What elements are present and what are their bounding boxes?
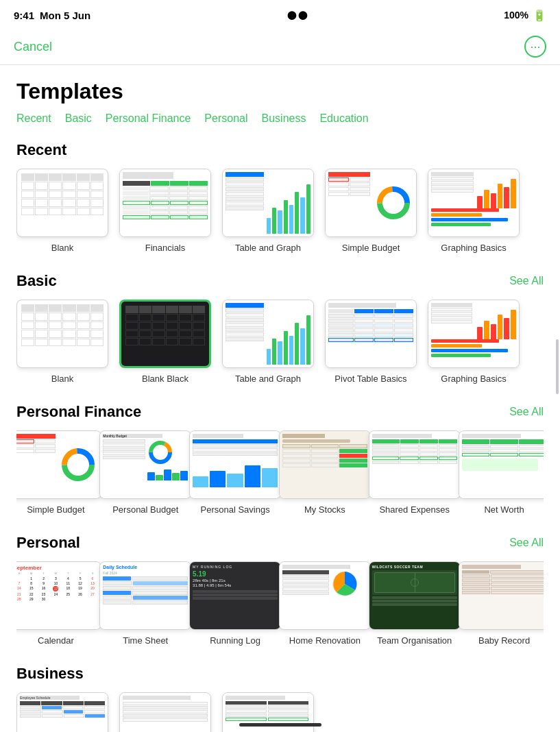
template-blank-black-label: Blank Black xyxy=(142,374,188,384)
template-financials-thumb xyxy=(119,169,211,237)
template-table-graph-thumb xyxy=(222,169,314,237)
template-simple-budget-pf[interactable]: Simple Budget xyxy=(16,430,95,515)
basic-see-all-button[interactable]: See All xyxy=(509,275,544,287)
template-financials[interactable]: Financials xyxy=(119,169,211,253)
tab-recent[interactable]: Recent xyxy=(16,112,51,125)
status-right: 100% 🔋 xyxy=(504,9,546,22)
template-table-graph-basic-thumb xyxy=(222,300,314,368)
template-blank-basic-thumb xyxy=(16,300,108,368)
template-time-sheet-label: Time Sheet xyxy=(123,635,168,646)
template-blank-basic-label: Blank xyxy=(51,374,74,384)
template-biz-plain-thumb xyxy=(119,692,211,732)
template-graphing-basics[interactable]: Graphing Basics xyxy=(428,169,520,253)
template-employee-schedule-thumb: Employee Schedule xyxy=(16,692,108,732)
template-pivot-basics-thumb xyxy=(325,300,417,368)
scroll-indicator xyxy=(556,339,559,394)
template-biz-plain[interactable] xyxy=(119,692,211,732)
personal-see-all-button[interactable]: See All xyxy=(509,537,544,549)
template-running-log[interactable]: MY RUNNING LOG 5.19 28m 40s | 8m 21s 31.… xyxy=(196,561,275,646)
template-simple-budget-pf-thumb xyxy=(16,430,101,499)
section-recent-header: Recent xyxy=(16,141,544,159)
template-graphing-basics-basic-thumb xyxy=(428,300,520,368)
section-personal-finance: Personal Finance See All xyxy=(16,403,544,515)
template-my-stocks[interactable]: My Stocks xyxy=(285,430,364,515)
template-team-org-label: Team Organisation xyxy=(377,635,452,646)
template-shared-expenses[interactable]: Shared Expenses xyxy=(375,430,454,515)
section-basic-title: Basic xyxy=(16,272,57,290)
section-business: Business Employee Schedule xyxy=(16,665,544,732)
personal-grid: September S M T W T F S 1 xyxy=(16,561,544,646)
template-time-sheet[interactable]: Daily Schedule Fall 2024 xyxy=(106,561,185,646)
template-blank-basic[interactable]: Blank xyxy=(16,300,108,384)
template-graphing-basics-basic[interactable]: Graphing Basics xyxy=(428,300,520,384)
template-simple-budget[interactable]: Simple Budget xyxy=(325,169,417,253)
template-calendar[interactable]: September S M T W T F S 1 xyxy=(16,561,95,646)
template-baby-record[interactable]: Baby Record xyxy=(465,561,544,646)
template-team-org-thumb: WILDCATS SOCCER TEAM xyxy=(369,561,461,630)
tab-business[interactable]: Business xyxy=(262,112,306,125)
template-blank-black[interactable]: Blank Black xyxy=(119,300,211,384)
template-home-renovation[interactable]: Home Renovation xyxy=(285,561,364,646)
template-net-worth-thumb xyxy=(459,430,544,499)
tab-personal-finance[interactable]: Personal Finance xyxy=(106,112,191,125)
template-graphing-basics-basic-label: Graphing Basics xyxy=(441,374,506,384)
status-bar: 9:41 Mon 5 Jun ⬤ ⬤ 100% 🔋 xyxy=(0,0,560,30)
template-personal-budget-label: Personal Budget xyxy=(112,504,178,515)
template-pivot-basics-label: Pivot Table Basics xyxy=(334,374,406,384)
template-my-stocks-thumb xyxy=(279,430,371,499)
template-simple-budget-thumb xyxy=(325,169,417,237)
section-basic: Basic See All xyxy=(16,272,544,384)
nav-bar: Cancel ··· xyxy=(0,30,560,65)
battery-level: 100% xyxy=(504,10,528,21)
category-tabs: Recent Basic Personal Finance Personal B… xyxy=(16,112,544,125)
template-running-log-thumb: MY RUNNING LOG 5.19 28m 40s | 8m 21s 31.… xyxy=(189,561,281,630)
section-pf-title: Personal Finance xyxy=(16,403,141,421)
template-financials-label: Financials xyxy=(145,243,186,253)
status-date: Mon 5 Jun xyxy=(40,10,90,21)
template-blank-thumb xyxy=(16,169,108,237)
template-graphing-basics-label: Graphing Basics xyxy=(441,243,506,253)
template-table-graph[interactable]: Table and Graph xyxy=(222,169,314,253)
template-shared-expenses-label: Shared Expenses xyxy=(379,504,450,515)
tab-personal[interactable]: Personal xyxy=(204,112,247,125)
template-net-worth[interactable]: Net Worth xyxy=(465,430,544,515)
template-personal-savings-label: Personal Savings xyxy=(200,504,269,515)
more-button[interactable]: ··· xyxy=(524,36,546,58)
main-content: Templates Recent Basic Personal Finance … xyxy=(0,65,560,732)
template-personal-savings[interactable]: Personal Savings xyxy=(196,430,275,515)
page-title: Templates xyxy=(16,79,544,104)
template-table-graph-basic[interactable]: Table and Graph xyxy=(222,300,314,384)
template-time-sheet-thumb: Daily Schedule Fall 2024 xyxy=(99,561,191,630)
camera-icon: ⬤ ⬤ xyxy=(287,10,307,20)
template-home-renovation-thumb xyxy=(279,561,371,630)
section-business-header: Business xyxy=(16,665,544,683)
template-personal-savings-thumb xyxy=(189,430,281,499)
template-baby-record-label: Baby Record xyxy=(478,635,530,646)
section-personal-header: Personal See All xyxy=(16,534,544,552)
template-personal-budget[interactable]: Monthly Budget xyxy=(106,430,185,515)
template-blank[interactable]: Blank xyxy=(16,169,108,253)
template-table-graph-basic-label: Table and Graph xyxy=(235,374,301,384)
template-home-renovation-label: Home Renovation xyxy=(289,635,361,646)
template-graphing-basics-thumb xyxy=(428,169,520,237)
template-simple-budget-pf-label: Simple Budget xyxy=(27,504,85,515)
section-personal-title: Personal xyxy=(16,534,80,552)
tab-basic[interactable]: Basic xyxy=(65,112,92,125)
battery-icon: 🔋 xyxy=(533,9,546,22)
template-team-org[interactable]: WILDCATS SOCCER TEAM xyxy=(375,561,454,646)
section-recent: Recent xyxy=(16,141,544,253)
template-personal-budget-thumb: Monthly Budget xyxy=(99,430,191,499)
template-simple-budget-label: Simple Budget xyxy=(342,243,400,253)
recent-grid: Blank xyxy=(16,169,544,253)
tab-education[interactable]: Education xyxy=(319,112,368,125)
template-baby-record-thumb xyxy=(459,561,544,630)
template-pivot-basics[interactable]: Pivot Table Basics xyxy=(325,300,417,384)
template-my-stocks-label: My Stocks xyxy=(304,504,345,515)
section-basic-header: Basic See All xyxy=(16,272,544,290)
home-indicator xyxy=(239,723,321,727)
template-employee-schedule[interactable]: Employee Schedule xyxy=(16,692,108,732)
template-shared-expenses-thumb xyxy=(369,430,461,499)
template-net-worth-label: Net Worth xyxy=(484,504,524,515)
pf-see-all-button[interactable]: See All xyxy=(509,406,544,418)
cancel-button[interactable]: Cancel xyxy=(14,40,52,54)
